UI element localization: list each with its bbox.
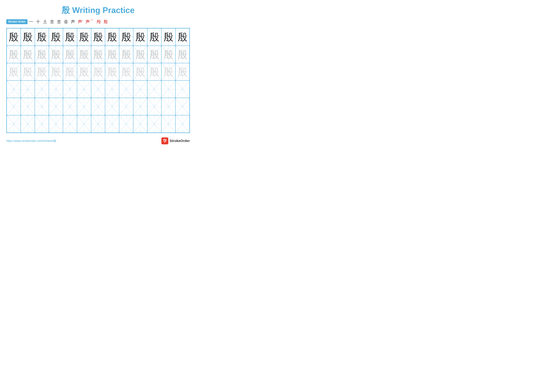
practice-char: 殷 xyxy=(107,32,117,42)
grid-cell[interactable]: 殷 xyxy=(133,46,147,63)
page-title: 殷 Writing Practice xyxy=(62,6,134,15)
grid-cell[interactable] xyxy=(77,80,91,98)
grid-cell[interactable]: 殷 xyxy=(133,28,147,46)
grid-cell[interactable] xyxy=(119,98,133,115)
practice-char: 殷 xyxy=(79,67,89,77)
grid-cell[interactable]: 殷 xyxy=(21,63,35,80)
grid-cell[interactable]: 殷 xyxy=(175,63,190,80)
practice-char: 殷 xyxy=(135,32,145,42)
grid-cell[interactable]: 殷 xyxy=(35,46,49,63)
grid-cell[interactable] xyxy=(49,80,63,98)
grid-cell[interactable]: 殷 xyxy=(105,63,119,80)
grid-cell[interactable] xyxy=(21,115,35,133)
grid-cell[interactable] xyxy=(91,115,105,133)
grid-cell[interactable]: 殷 xyxy=(77,63,91,80)
grid-cell[interactable] xyxy=(35,80,49,98)
grid-cell[interactable] xyxy=(63,115,77,133)
grid-cell[interactable] xyxy=(91,98,105,115)
grid-cell[interactable]: 殷 xyxy=(105,28,119,46)
grid-cell[interactable] xyxy=(77,98,91,115)
grid-cell[interactable] xyxy=(133,98,147,115)
grid-cell[interactable] xyxy=(7,115,21,133)
grid-cell[interactable] xyxy=(7,98,21,115)
grid-cell[interactable]: 殷 xyxy=(91,28,105,46)
grid-cell[interactable]: 殷 xyxy=(175,28,190,46)
stroke-step-1: 一 xyxy=(29,19,33,24)
practice-char: 殷 xyxy=(150,67,159,77)
grid-cell[interactable] xyxy=(49,115,63,133)
grid-cell[interactable]: 殷 xyxy=(21,46,35,63)
grid-cell[interactable]: 殷 xyxy=(147,46,161,63)
grid-cell[interactable] xyxy=(147,80,161,98)
grid-cell[interactable]: 殷 xyxy=(35,28,49,46)
grid-cell[interactable]: 殷 xyxy=(77,28,91,46)
grid-cell[interactable] xyxy=(91,80,105,98)
grid-cell[interactable]: 殷 xyxy=(119,63,133,80)
grid-cell[interactable] xyxy=(147,98,161,115)
grid-cell[interactable]: 殷 xyxy=(119,46,133,63)
grid-cell[interactable]: 殷 xyxy=(7,46,21,63)
grid-cell[interactable]: 殷 xyxy=(7,63,21,80)
grid-cell[interactable]: 殷 xyxy=(63,63,77,80)
grid-cell[interactable]: 殷 xyxy=(105,46,119,63)
grid-cell[interactable] xyxy=(105,98,119,115)
grid-cell[interactable] xyxy=(105,80,119,98)
grid-cell[interactable] xyxy=(175,115,190,133)
practice-char: 殷 xyxy=(150,50,159,59)
practice-char: 殷 xyxy=(9,50,19,59)
grid-cell[interactable]: 殷 xyxy=(161,63,175,80)
grid-cell[interactable] xyxy=(175,98,190,115)
grid-cell[interactable] xyxy=(63,98,77,115)
grid-cell[interactable] xyxy=(119,80,133,98)
grid-cell[interactable]: 殷 xyxy=(35,63,49,80)
grid-cell[interactable]: 殷 xyxy=(161,46,175,63)
grid-cell[interactable] xyxy=(7,80,21,98)
grid-cell[interactable]: 殷 xyxy=(49,28,63,46)
footer: https://www.strokeorder.com/chinese/殷 字 … xyxy=(6,137,190,144)
footer-url[interactable]: https://www.strokeorder.com/chinese/殷 xyxy=(6,139,56,143)
grid-cell[interactable] xyxy=(133,115,147,133)
footer-brand: 字 StrokeOrder xyxy=(161,137,190,144)
grid-cell[interactable] xyxy=(77,115,91,133)
grid-cell[interactable] xyxy=(147,115,161,133)
stroke-step-3: 土 xyxy=(43,19,47,24)
practice-char: 殷 xyxy=(150,32,159,42)
grid-cell[interactable]: 殷 xyxy=(147,63,161,80)
grid-cell[interactable] xyxy=(119,115,133,133)
grid-cell[interactable]: 殷 xyxy=(91,63,105,80)
grid-cell[interactable]: 殷 xyxy=(77,46,91,63)
practice-char: 殷 xyxy=(9,67,19,77)
stroke-order-badge: Stroke Order xyxy=(6,19,28,24)
grid-cell[interactable] xyxy=(63,80,77,98)
grid-cell[interactable]: 殷 xyxy=(133,63,147,80)
grid-cell[interactable]: 殷 xyxy=(119,28,133,46)
grid-cell[interactable]: 殷 xyxy=(63,28,77,46)
practice-char: 殷 xyxy=(107,67,117,77)
grid-cell[interactable]: 殷 xyxy=(49,46,63,63)
grid-cell[interactable]: 殷 xyxy=(21,28,35,46)
grid-cell[interactable] xyxy=(161,80,175,98)
grid-cell[interactable]: 殷 xyxy=(49,63,63,80)
grid-cell[interactable]: 殷 xyxy=(63,46,77,63)
grid-cell[interactable]: 殷 xyxy=(147,28,161,46)
stroke-step-2: 十 xyxy=(36,19,40,24)
grid-cell[interactable]: 殷 xyxy=(91,46,105,63)
grid-cell[interactable] xyxy=(35,98,49,115)
grid-cell[interactable] xyxy=(105,115,119,133)
grid-cell[interactable] xyxy=(161,115,175,133)
title-area: 殷 Writing Practice xyxy=(6,5,190,16)
practice-char: 殷 xyxy=(37,32,47,42)
grid-cell[interactable]: 殷 xyxy=(161,28,175,46)
grid-cell[interactable] xyxy=(35,115,49,133)
grid-cell[interactable] xyxy=(49,98,63,115)
grid-cell[interactable] xyxy=(175,80,190,98)
grid-cell[interactable]: 殷 xyxy=(7,28,21,46)
practice-char: 殷 xyxy=(135,67,145,77)
stroke-steps: 一 十 土 壴 壴 壶 声 声' 声⌒ 殸 殷 xyxy=(29,19,108,24)
grid-cell[interactable] xyxy=(21,80,35,98)
stroke-order-row: Stroke Order 一 十 土 壴 壴 壶 声 声' 声⌒ 殸 殷 xyxy=(6,19,190,24)
grid-cell[interactable] xyxy=(161,98,175,115)
grid-cell[interactable]: 殷 xyxy=(175,46,190,63)
grid-cell[interactable] xyxy=(21,98,35,115)
grid-cell[interactable] xyxy=(133,80,147,98)
